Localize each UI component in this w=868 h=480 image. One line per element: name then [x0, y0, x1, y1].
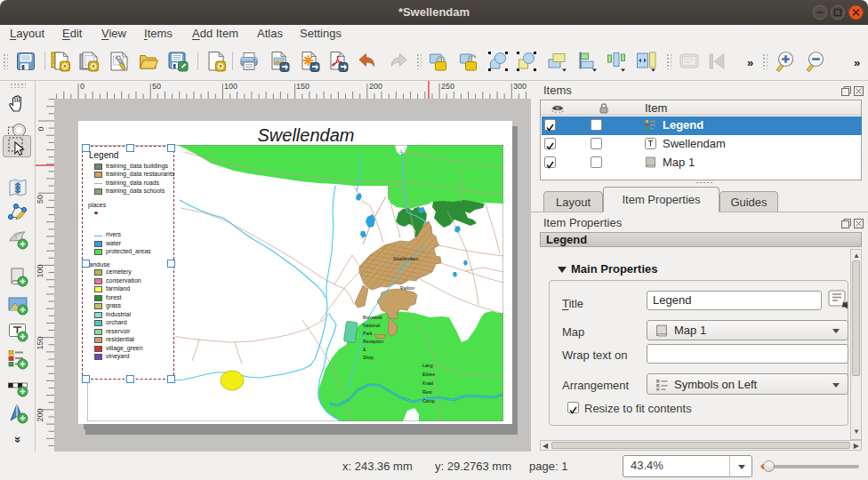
- svg-text:Shop: Shop: [363, 355, 374, 360]
- svg-text:Camp: Camp: [422, 398, 435, 404]
- svg-text:National: National: [363, 323, 380, 328]
- svg-text:Bontebok: Bontebok: [363, 315, 382, 320]
- svg-text:Lang: Lang: [422, 363, 433, 368]
- svg-text:Elsies: Elsies: [422, 372, 435, 377]
- svg-text:Kraal: Kraal: [422, 380, 433, 386]
- svg-text:Park: Park: [363, 331, 373, 336]
- svg-text:Railton: Railton: [400, 285, 414, 291]
- svg-text:Rest: Rest: [422, 389, 432, 395]
- svg-text:&: &: [363, 347, 366, 352]
- svg-text:Reception: Reception: [363, 339, 383, 344]
- svg-text:Swellendam: Swellendam: [393, 256, 418, 261]
